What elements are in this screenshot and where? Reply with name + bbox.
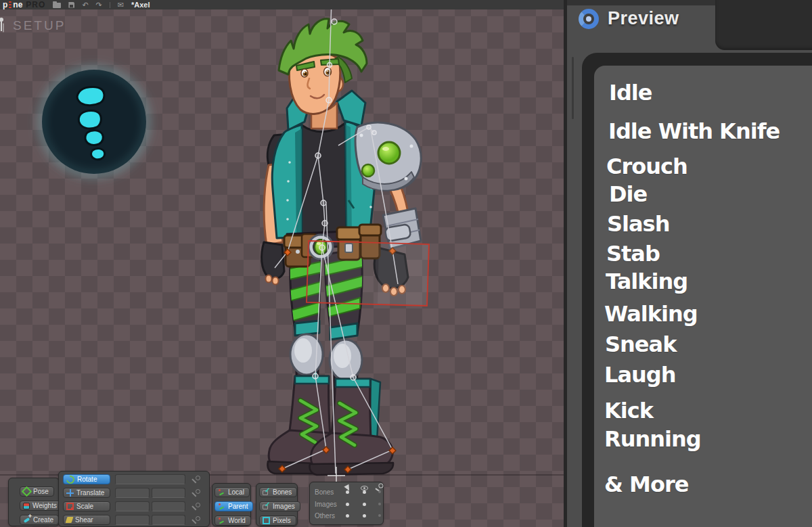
scale-tool-button[interactable]: Scale [63, 501, 110, 511]
save-icon [68, 2, 74, 8]
skeleton-figure-icon [0, 18, 5, 34]
bones-visible-dot[interactable] [363, 490, 366, 494]
pose-icon [22, 486, 32, 497]
local-axes-icon [218, 488, 225, 496]
visibility-row-label: Images [315, 501, 337, 508]
export-button[interactable]: ✉ [118, 1, 124, 9]
mail-icon: ✉ [118, 1, 124, 9]
parent-axes-button[interactable]: Parent [215, 501, 253, 511]
redo-button[interactable]: ↷ [96, 1, 102, 9]
mode-header: SETUP [0, 18, 66, 34]
preview-panel: Preview Idle Idle With Knife Crouch Die … [567, 0, 812, 527]
images-keyed-dot[interactable] [378, 503, 381, 505]
preview-tab[interactable]: Preview [579, 8, 679, 29]
menu-bar: p ne PRO ↶ ↷ ✉ *Axel [0, 0, 565, 9]
images-visible-dot[interactable] [363, 503, 366, 506]
scale-x-field[interactable] [115, 501, 150, 511]
snap-bones-button[interactable]: Bones [259, 487, 297, 497]
translate-x-field[interactable] [115, 488, 150, 498]
undo-button[interactable]: ↶ [82, 1, 88, 9]
visibility-row-label: Bones [315, 488, 334, 496]
animation-item-running[interactable]: Running [604, 426, 701, 452]
others-visible-dot[interactable] [363, 514, 366, 518]
animation-item-kick[interactable]: Kick [604, 398, 653, 423]
animation-item-slash[interactable]: Slash [607, 211, 669, 237]
game-logo-badge [36, 64, 152, 180]
rotate-row: Rotate [63, 474, 201, 484]
visible-column-eye-icon [361, 486, 368, 490]
scale-y-field[interactable] [152, 501, 186, 511]
rotate-key-icon[interactable] [191, 475, 201, 484]
animation-item-die[interactable]: Die [609, 181, 647, 207]
rotate-icon [65, 474, 76, 485]
visibility-row-label: Others [315, 512, 335, 520]
animation-item-idle-with-knife[interactable]: Idle With Knife [608, 118, 780, 144]
open-project-button[interactable] [53, 2, 61, 8]
rotate-tool-button[interactable]: Rotate [63, 474, 110, 484]
animation-item-stab[interactable]: Stab [606, 241, 660, 267]
shear-y-field[interactable] [152, 515, 186, 525]
create-bone-icon [23, 516, 30, 524]
mode-label[interactable]: SETUP [13, 18, 66, 33]
images-select-dot[interactable] [346, 503, 349, 506]
translate-y-field[interactable] [152, 488, 186, 498]
shear-tool-button[interactable]: Shear [63, 515, 110, 525]
animation-item-sneak[interactable]: Sneak [605, 331, 676, 357]
world-axes-icon [218, 517, 225, 524]
scale-icon [66, 503, 74, 510]
viewport-canvas[interactable] [0, 0, 565, 527]
others-keyed-dot[interactable] [378, 514, 381, 517]
menu-divider [110, 2, 110, 8]
spine-logo-text-right: ne [13, 0, 22, 9]
animation-item-crouch[interactable]: Crouch [606, 154, 687, 179]
rotate-value-field[interactable] [115, 474, 185, 484]
preview-title: Preview [608, 8, 679, 29]
bones-check-icon [263, 488, 270, 496]
spine-logo-text-left: p [3, 0, 7, 9]
weights-icon [23, 503, 30, 509]
character-canvas-art [0, 0, 565, 527]
bones-select-dot[interactable] [346, 490, 349, 494]
snap-images-button[interactable]: Images [259, 501, 300, 511]
redo-icon: ↷ [96, 1, 102, 9]
parent-axes-icon [218, 503, 225, 510]
translate-key-icon[interactable] [191, 488, 201, 498]
create-button[interactable]: Create [20, 515, 59, 525]
selection-rectangle[interactable] [307, 241, 429, 306]
undo-icon: ↶ [82, 1, 88, 9]
animation-list: Idle Idle With Knife Crouch Die Slash St… [594, 66, 812, 527]
bones-keyed-dot[interactable] [378, 490, 381, 493]
preview-icon [579, 9, 599, 29]
translate-icon [66, 489, 74, 497]
world-axes-button[interactable]: World [215, 515, 251, 526]
snap-options-panel: Bones Images Pixels [256, 483, 298, 526]
visibility-panel: Bones Images Others [309, 482, 384, 525]
others-select-dot[interactable] [346, 514, 349, 518]
animation-item-laugh[interactable]: Laugh [604, 362, 675, 388]
pose-button[interactable]: Pose [20, 486, 54, 497]
translate-tool-button[interactable]: Translate [63, 488, 110, 498]
animation-item-talking[interactable]: Talking [606, 269, 687, 294]
local-axes-button[interactable]: Local [215, 487, 250, 497]
spine-app-window: { "app": { "logo_prefix": "p", "logo_suf… [0, 0, 812, 527]
shear-icon [66, 517, 74, 523]
shear-x-field[interactable] [115, 515, 150, 525]
shear-key-icon[interactable] [191, 515, 201, 525]
animation-item-idle[interactable]: Idle [609, 80, 652, 106]
animation-item-more[interactable]: & More [604, 472, 688, 497]
images-check-icon [263, 503, 270, 510]
mode-tools-panel: Pose Weights Create [8, 478, 60, 526]
pixels-icon [263, 517, 270, 524]
spine-logo: p ne PRO [3, 0, 45, 9]
document-tab[interactable]: *Axel [131, 1, 150, 9]
scale-key-icon[interactable] [191, 502, 201, 511]
tab-bar-empty-area [715, 0, 812, 50]
transform-axes-panel: Local Parent World [212, 483, 251, 526]
preview-scrollbar-handle[interactable] [572, 57, 574, 119]
save-project-button[interactable] [68, 2, 74, 8]
scale-row: Scale [63, 501, 201, 511]
snap-pixels-button[interactable]: Pixels [259, 515, 296, 526]
animation-item-walking[interactable]: Walking [604, 301, 698, 327]
transform-tools-panel: Rotate Translate Scale Shear [58, 471, 210, 527]
weights-button[interactable]: Weights [20, 501, 62, 511]
